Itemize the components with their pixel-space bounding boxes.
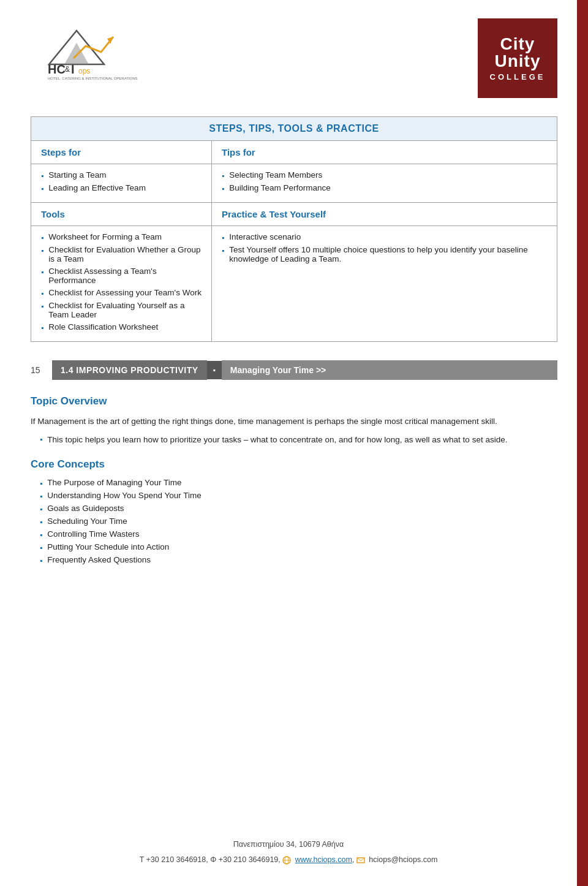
steps-cell: Starting a Team Leading an Effective Tea…: [31, 164, 212, 203]
svg-text:HC: HC: [48, 62, 66, 76]
list-item: Selecting Team Members: [222, 170, 547, 180]
core-concepts-title: Core Concepts: [31, 458, 557, 471]
section-dot: ▪: [207, 361, 222, 379]
svg-text:HOTEL, CATERING & INSTITUTIONA: HOTEL, CATERING & INSTITUTIONAL OPERATIO…: [48, 77, 138, 80]
city-text: City: [500, 36, 535, 53]
footer-website[interactable]: www.hciops.com: [295, 855, 352, 864]
city-unity-logo: City Unity COLLEGE: [478, 18, 557, 98]
globe-icon: [282, 856, 291, 865]
page-header: HC & I ops HOTEL, CATERING & INSTITUTION…: [0, 0, 588, 110]
main-content: STEPS, TIPS, TOOLS & PRACTICE Steps for …: [0, 110, 588, 580]
list-item: Checklist Assessing a Team's Performance: [41, 267, 202, 285]
table-title: STEPS, TIPS, TOOLS & PRACTICE: [31, 117, 557, 141]
topic-bullet-item: This topic helps you learn how to priori…: [40, 433, 557, 447]
unity-text: Unity: [495, 53, 541, 70]
topic-intro: If Management is the art of getting the …: [31, 415, 557, 428]
email-icon: [356, 856, 365, 865]
svg-text:&: &: [65, 65, 70, 74]
hci-logo: HC & I ops HOTEL, CATERING & INSTITUTION…: [31, 18, 141, 80]
list-item: Frequently Asked Questions: [40, 555, 557, 565]
tools-cell: Worksheet for Forming a Team Checklist f…: [31, 226, 212, 342]
section-bar: 15 1.4 IMPROVING PRODUCTIVITY ▪ Managing…: [31, 360, 557, 380]
core-concepts-list: The Purpose of Managing Your Time Unders…: [40, 478, 557, 565]
list-item: Worksheet for Forming a Team: [41, 232, 202, 242]
col2-header: Tips for: [211, 141, 557, 164]
list-item: Starting a Team: [41, 170, 202, 180]
col2-section: Practice & Test Yourself: [211, 203, 557, 226]
tips-cell: Selecting Team Members Building Team Per…: [211, 164, 557, 203]
svg-text:I: I: [71, 62, 75, 76]
svg-text:ops: ops: [78, 67, 90, 75]
section-bar-inner: 1.4 IMPROVING PRODUCTIVITY ▪ Managing Yo…: [52, 360, 557, 380]
section-label: 1.4 IMPROVING PRODUCTIVITY: [52, 360, 207, 380]
list-item: Putting Your Schedule into Action: [40, 542, 557, 552]
footer-fax: Φ +30 210 3646919: [210, 855, 278, 864]
footer-contact: T +30 210 3646918, Φ +30 210 3646919, ww…: [0, 852, 577, 868]
list-item: Checklist for Assessing your Team's Work: [41, 288, 202, 298]
list-item: Interactive scenario: [222, 232, 547, 242]
list-item: Understanding How You Spend Your Time: [40, 491, 557, 501]
col1-section: Tools: [31, 203, 212, 226]
page-number: 15: [31, 365, 43, 375]
practice-list: Interactive scenario Test Yourself offer…: [222, 232, 547, 263]
list-item: Role Classification Worksheet: [41, 322, 202, 332]
footer-email: hciops@hciops.com: [369, 855, 437, 864]
topic-overview-title: Topic Overview: [31, 395, 557, 407]
section-subtitle: Managing Your Time >>: [222, 360, 557, 380]
footer-address: Πανεπιστημίου 34, 10679 Αθήνα: [0, 837, 577, 852]
topic-bullet-text: This topic helps you learn how to priori…: [47, 433, 507, 447]
steps-list: Starting a Team Leading an Effective Tea…: [41, 170, 202, 193]
col1-header: Steps for: [31, 141, 212, 164]
list-item: Checklist for Evaluating Yourself as a T…: [41, 301, 202, 319]
list-item: Goals as Guideposts: [40, 504, 557, 513]
page-footer: Πανεπιστημίου 34, 10679 Αθήνα T +30 210 …: [0, 837, 577, 868]
list-item: Building Team Performance: [222, 183, 547, 193]
list-item: The Purpose of Managing Your Time: [40, 478, 557, 488]
list-item: Checklist for Evaluation Whether a Group…: [41, 245, 202, 263]
list-item: Scheduling Your Time: [40, 517, 557, 526]
practice-cell: Interactive scenario Test Yourself offer…: [211, 226, 557, 342]
tools-list: Worksheet for Forming a Team Checklist f…: [41, 232, 202, 332]
list-item: Test Yourself offers 10 multiple choice …: [222, 245, 547, 263]
footer-phone: T +30 210 3646918: [140, 855, 206, 864]
list-item: Leading an Effective Team: [41, 183, 202, 193]
steps-tips-table: STEPS, TIPS, TOOLS & PRACTICE Steps for …: [31, 116, 557, 342]
college-text: COLLEGE: [490, 72, 546, 81]
list-item: Controlling Time Wasters: [40, 529, 557, 539]
right-border-accent: [577, 0, 588, 886]
tips-list: Selecting Team Members Building Team Per…: [222, 170, 547, 193]
